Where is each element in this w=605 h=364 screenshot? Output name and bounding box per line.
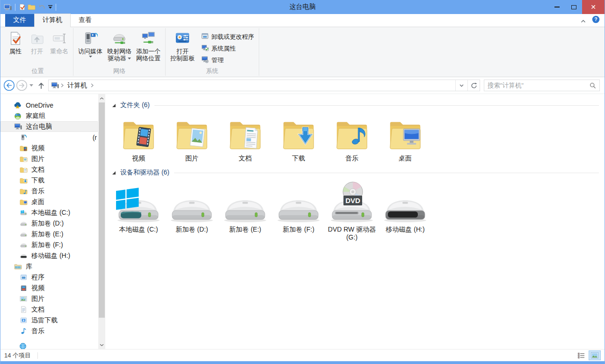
folder-downloads-small-icon <box>19 177 28 184</box>
add-network-location-button[interactable]: 添加一个 网络位置 <box>134 29 163 63</box>
qat-customize-icon[interactable] <box>48 5 52 9</box>
sidebar-item[interactable]: OneDrive <box>0 100 98 110</box>
svg-text:?: ? <box>594 17 597 22</box>
tile[interactable]: 移动磁盘 (H:) <box>379 180 432 241</box>
forward-button[interactable] <box>16 80 28 91</box>
ribbon-separator <box>259 28 259 76</box>
sidebar-item[interactable]: 下载 <box>0 175 98 186</box>
music-note-small-icon <box>19 328 28 335</box>
sidebar-item-label: 下载 <box>31 176 44 185</box>
properties-button[interactable]: 属性 <box>5 29 26 56</box>
folder-desktop-icon <box>386 112 424 153</box>
tile[interactable]: 图片 <box>165 112 219 162</box>
back-button[interactable] <box>3 80 15 91</box>
sidebar-item[interactable]: 文档 <box>0 304 98 315</box>
tile[interactable]: 新加卷 (D:) <box>165 180 219 241</box>
collapse-triangle-icon[interactable] <box>112 103 116 108</box>
sidebar-item[interactable]: 音乐 <box>0 326 98 336</box>
sidebar-item[interactable]: 桌面 <box>0 197 98 207</box>
help-icon[interactable]: ? <box>592 15 600 25</box>
up-button[interactable] <box>37 81 45 90</box>
tile[interactable]: 桌面 <box>379 112 432 162</box>
recent-locations-icon[interactable] <box>29 84 33 87</box>
sidebar-item[interactable]: 本地磁盘 (C:) <box>0 207 98 218</box>
tile-label: 图片 <box>185 154 198 162</box>
properties-icon <box>8 30 22 46</box>
close-button[interactable]: ✕ <box>582 0 605 14</box>
view-switcher <box>575 350 603 360</box>
svg-text:DVD: DVD <box>345 197 360 204</box>
collapse-triangle-icon[interactable] <box>112 171 116 175</box>
tile[interactable]: 新加卷 (E:) <box>219 180 272 241</box>
map-network-drive-icon <box>112 30 127 46</box>
sidebar-item[interactable]: 这台电脑 <box>0 121 98 132</box>
manage-button[interactable]: 管理 <box>200 55 255 65</box>
tile[interactable]: 本地磁盘 (C:) <box>112 180 165 241</box>
tab-computer[interactable]: 计算机 <box>34 14 71 27</box>
tile[interactable]: 视频 <box>112 112 165 162</box>
sidebar-list: OneDrive家庭组这台电脑(r视频图片文档下载音乐桌面本地磁盘 (C:)新加… <box>0 100 98 336</box>
tile[interactable]: 下载 <box>272 112 325 162</box>
tile[interactable]: 新加卷 (F:) <box>272 180 325 241</box>
sidebar-item[interactable]: 新加卷 (F:) <box>0 240 98 250</box>
sidebar-item-label: 文档 <box>31 306 44 314</box>
rename-button[interactable]: 重命名 <box>48 29 71 56</box>
minimize-button[interactable] <box>548 0 565 14</box>
large-icons-view-button[interactable] <box>589 350 601 360</box>
collapse-ribbon-icon[interactable] <box>581 16 586 25</box>
sidebar-item[interactable]: 文档 <box>0 164 98 175</box>
folder-pictures-small-icon <box>19 156 28 162</box>
sidebar-item[interactable]: 图片 <box>0 153 98 164</box>
sidebar-item[interactable]: 移动磁盘 (H:) <box>0 250 98 261</box>
undo-icon[interactable] <box>38 4 46 10</box>
scrollbar-thumb[interactable] <box>99 102 105 318</box>
access-media-icon <box>83 30 98 46</box>
address-dropdown-icon[interactable] <box>455 80 467 91</box>
video-library-small-icon <box>19 285 28 291</box>
sidebar-item[interactable]: (r <box>0 132 98 143</box>
sidebar-item-label: 家庭组 <box>26 112 45 120</box>
sidebar-item[interactable]: 家庭组 <box>0 110 98 121</box>
sidebar-item[interactable]: 新加卷 (E:) <box>0 229 98 240</box>
open-button[interactable]: 打开 <box>26 29 48 56</box>
details-view-button[interactable] <box>575 350 587 360</box>
breadcrumb-chevron-icon[interactable] <box>89 83 95 87</box>
breadcrumb-chevron-icon[interactable] <box>59 83 66 87</box>
refresh-icon[interactable] <box>467 80 480 91</box>
sidebar-item[interactable]: 图片 <box>0 293 98 304</box>
tab-view[interactable]: 查看 <box>71 14 100 27</box>
sidebar-item[interactable]: 程序 <box>0 272 98 283</box>
address-bar[interactable]: 计算机 <box>48 80 480 91</box>
sidebar-item-label: 音乐 <box>31 327 44 335</box>
sidebar-item[interactable]: 视频 <box>0 283 98 293</box>
sidebar-item[interactable]: 迅雷下载 <box>0 315 98 326</box>
sidebar-item[interactable]: 音乐 <box>0 186 98 197</box>
access-media-button[interactable]: 访问媒体 <box>76 29 105 58</box>
breadcrumb-computer[interactable]: 计算机 <box>66 81 89 90</box>
search-input[interactable] <box>484 82 590 89</box>
map-network-drive-button[interactable]: 映射网络 驱动器 <box>105 29 134 63</box>
tile[interactable]: 文档 <box>219 112 272 162</box>
search-icon[interactable] <box>590 82 599 89</box>
scroll-down-icon[interactable] <box>98 341 105 349</box>
new-folder-icon[interactable] <box>28 4 36 10</box>
window-bottom-border <box>0 361 605 364</box>
scroll-up-icon[interactable] <box>98 95 105 102</box>
tile-label: 下载 <box>292 154 305 162</box>
tile-label: 音乐 <box>345 154 358 162</box>
sidebar-item-label: 视频 <box>31 144 44 153</box>
properties-check-icon[interactable] <box>19 3 25 11</box>
sidebar-item[interactable]: 库 <box>0 261 98 272</box>
sidebar-item[interactable]: 新加卷 (D:) <box>0 218 98 229</box>
system-properties-button[interactable]: 系统属性 <box>200 44 255 53</box>
uninstall-button[interactable]: 卸载或更改程序 <box>200 32 255 42</box>
sidebar-scrollbar[interactable] <box>98 94 105 349</box>
maximize-button[interactable] <box>565 0 582 14</box>
tab-file[interactable]: 文件 <box>5 14 34 27</box>
open-control-panel-button[interactable]: 打开 控制面板 <box>168 29 197 63</box>
sidebar-item[interactable]: 视频 <box>0 143 98 153</box>
tile[interactable]: 音乐 <box>325 112 379 162</box>
dropdown-arrow-icon <box>89 56 92 58</box>
tile[interactable]: DVDDVD RW 驱动器 (G:) <box>325 180 379 241</box>
tile-label: 视频 <box>132 154 145 162</box>
